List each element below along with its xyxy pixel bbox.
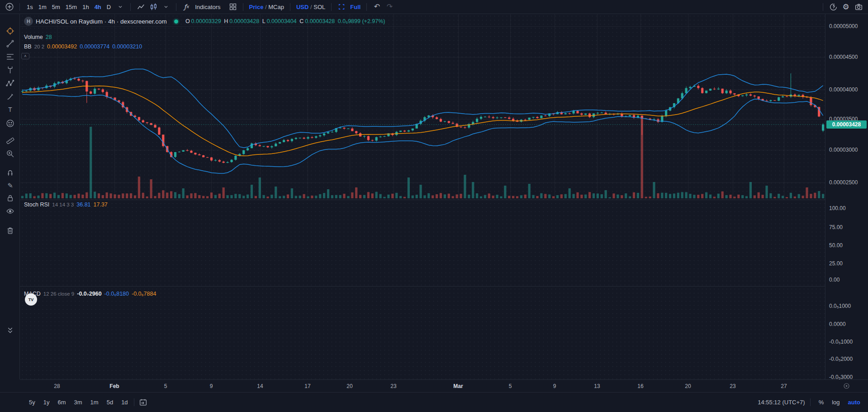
fib-retracement-icon[interactable] <box>4 51 16 62</box>
crosshair-icon[interactable] <box>4 25 16 37</box>
settings-gear-icon[interactable]: ⚙ <box>840 1 852 12</box>
timeframe-1s-button[interactable]: 1s <box>24 3 36 11</box>
usd-sol-toggle[interactable]: USD / SOL <box>294 4 327 10</box>
collapse-icon[interactable] <box>4 324 16 336</box>
price-axis-label: 0.00004000 <box>829 86 858 93</box>
collapse-legend-button[interactable]: ˄ <box>21 53 29 59</box>
range-1m-button[interactable]: 1m <box>88 398 101 407</box>
stoch-rsi-params: 14 14 3 3 <box>52 202 74 207</box>
range-5y-button[interactable]: 5y <box>26 398 38 407</box>
timeframe-5m-button[interactable]: 5m <box>49 3 63 11</box>
bb-legend: BB 20 2 0.00003492 0.00003774 0.00003210 <box>24 43 142 50</box>
price-pane[interactable] <box>20 14 825 200</box>
pattern-icon[interactable] <box>4 77 16 89</box>
price-axis-label: 0.00003000 <box>829 147 858 153</box>
time-axis-label: Feb <box>109 383 119 389</box>
chart-type-dropdown-icon[interactable] <box>160 1 172 12</box>
macd-line-value: -0.0₆8180 <box>104 291 129 297</box>
undo-icon[interactable]: ↶ <box>371 1 383 12</box>
stoch-d-value: 17.37 <box>94 201 108 208</box>
time-axis-label: 20 <box>346 383 352 389</box>
plus-circle-button[interactable] <box>4 1 15 12</box>
macd-hist-value: -0.0₇2960 <box>77 291 101 297</box>
divider <box>823 3 823 11</box>
divider <box>810 398 811 406</box>
price-axis-label: -0.0₅2000 <box>829 356 853 362</box>
timeframe-d-button[interactable]: D <box>104 3 114 11</box>
zoom-in-icon[interactable] <box>4 148 16 159</box>
pane-divider[interactable] <box>20 200 868 200</box>
price-axis[interactable]: 0.00003428 0.000050000.000045000.0000400… <box>825 14 868 379</box>
range-5d-button[interactable]: 5d <box>104 398 116 407</box>
line-chart-type-icon[interactable] <box>135 1 147 12</box>
tradingview-logo[interactable]: TV <box>25 293 37 306</box>
bb-label: BB <box>24 43 32 50</box>
text-icon[interactable]: T <box>4 104 16 115</box>
fullscreen-icon[interactable] <box>336 1 347 12</box>
indicators-button[interactable]: Indicators <box>193 4 222 10</box>
camera-screenshot-icon[interactable] <box>853 1 864 12</box>
clock[interactable]: 14:55:12 (UTC+7) <box>758 399 805 406</box>
trash-icon[interactable] <box>4 225 16 236</box>
range-6m-button[interactable]: 6m <box>55 398 68 407</box>
bb-lower-value: 0.00003210 <box>112 43 142 50</box>
fx-indicators-icon[interactable]: ƒx <box>180 1 192 12</box>
magnet-icon[interactable] <box>4 167 16 178</box>
pencil-icon[interactable]: ✎ <box>4 179 16 191</box>
full-button[interactable]: Full <box>348 4 362 10</box>
realtime-marker-icon[interactable] <box>843 383 850 389</box>
time-axis-label: 9 <box>210 383 213 389</box>
range-1d-button[interactable]: 1d <box>119 398 130 407</box>
layout-grid-icon[interactable] <box>227 1 239 12</box>
bb-params: 20 2 <box>34 44 44 49</box>
timeframe-dropdown-icon[interactable] <box>114 1 126 12</box>
stoch-rsi-pane[interactable] <box>20 200 825 286</box>
log-scale-button[interactable]: log <box>829 398 843 407</box>
range-1y-button[interactable]: 1y <box>41 398 52 407</box>
time-axis-label: 16 <box>637 383 643 389</box>
divider <box>290 3 290 11</box>
time-axis[interactable]: 28Feb5914172023Mar591316202327 <box>20 379 868 392</box>
time-axis-label: 23 <box>390 383 396 389</box>
price-axis-label: 75.00 <box>829 224 843 230</box>
bottom-toolbar: 5y1y6m3m1m5d1d 14:55:12 (UTC+7) % log au… <box>0 392 868 412</box>
brush-icon[interactable] <box>4 91 16 102</box>
volume-label: Volume <box>24 34 43 40</box>
redo-icon[interactable]: ↷ <box>384 1 395 12</box>
timeframe-15m-button[interactable]: 15m <box>63 3 80 11</box>
trend-line-icon[interactable] <box>4 38 16 49</box>
price-axis-label: 0.00005000 <box>829 23 858 29</box>
pitchfork-icon[interactable] <box>4 64 16 76</box>
time-axis-label: 14 <box>257 383 263 389</box>
range-3m-button[interactable]: 3m <box>71 398 85 407</box>
close-label: C <box>299 18 304 24</box>
price-axis-label: 0.0₅1000 <box>829 303 851 309</box>
macd-pane[interactable] <box>20 287 825 379</box>
lock-icon[interactable] <box>4 192 16 204</box>
price-axis-label: 0.00004500 <box>829 54 858 60</box>
range-button-group: 5y1y6m3m1m5d1d <box>26 398 131 407</box>
auto-scale-button[interactable]: auto <box>845 398 863 407</box>
ruler-icon[interactable] <box>4 134 16 145</box>
instant-data-icon[interactable] <box>827 1 839 12</box>
price-axis-label: 0.00002500 <box>829 179 858 186</box>
percent-scale-button[interactable]: % <box>816 398 827 407</box>
timeframe-1m-button[interactable]: 1m <box>36 3 49 11</box>
time-axis-label: 27 <box>781 383 787 389</box>
scale-controls: 14:55:12 (UTC+7) % log auto <box>758 398 863 407</box>
time-axis-label: 23 <box>730 383 735 389</box>
drawing-toolbar: T✎ <box>0 14 20 379</box>
time-axis-label: 28 <box>54 383 60 389</box>
timeframe-4h-button[interactable]: 4h <box>92 3 104 11</box>
price-mcap-toggle[interactable]: Price / MCap <box>247 4 286 10</box>
divider <box>331 3 332 11</box>
timeframe-1h-button[interactable]: 1h <box>80 3 91 11</box>
go-to-date-icon[interactable] <box>138 397 149 408</box>
macd-legend: MACD 12 26 close 9 -0.0₇2960 -0.0₆8180 -… <box>24 291 156 297</box>
candlestick-chart-type-icon[interactable] <box>147 1 159 12</box>
emoji-icon[interactable] <box>4 117 16 129</box>
pane-divider[interactable] <box>20 286 868 287</box>
divider <box>130 3 131 11</box>
eye-icon[interactable] <box>4 205 16 217</box>
symbol-title[interactable]: HACHI/SOL on Raydium · 4h · dexscreener.… <box>36 18 167 25</box>
